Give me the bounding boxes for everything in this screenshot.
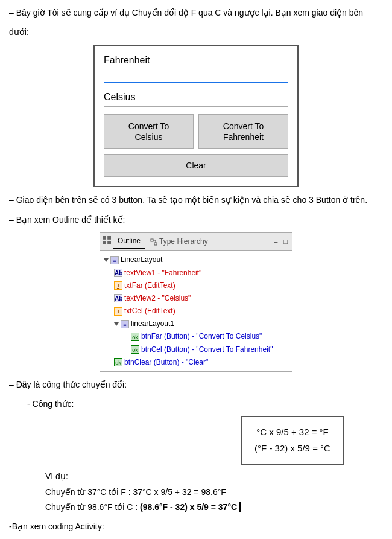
outline-header: Outline Type Hierarchy – □ bbox=[100, 233, 292, 251]
vi-du-line1: Chuyển từ 37°C tới F : 37°C x 9/5 + 32 =… bbox=[45, 485, 383, 499]
tree-item-linearlayout1[interactable]: ≡ linearLayout1 bbox=[104, 317, 288, 330]
btnclear-icon: ok bbox=[114, 358, 122, 366]
tab-type-hierarchy-label: Type Hierarchy bbox=[159, 236, 208, 247]
btnfar-icon: ok bbox=[131, 333, 139, 341]
minimize-icon[interactable]: – bbox=[272, 237, 279, 247]
fahrenheit-label: Fahrenheit bbox=[104, 53, 288, 68]
convert-buttons-row: Convert ToCelsius Convert ToFahrenheit bbox=[104, 114, 288, 149]
formula-line1: °C x 9/5 + 32 = °F bbox=[254, 425, 330, 439]
textview2-icon: Ab bbox=[114, 294, 122, 302]
outline-panel-icon bbox=[103, 236, 111, 248]
tree-item-txtfar[interactable]: T̲ txtFar (EditText) bbox=[104, 279, 288, 292]
txtfar-icon: T̲ bbox=[114, 281, 122, 290]
tab-type-hierarchy[interactable]: Type Hierarchy bbox=[145, 235, 213, 249]
fahrenheit-input[interactable] bbox=[104, 69, 288, 83]
txtcel-icon: T̲ bbox=[114, 307, 122, 316]
footer-text: -Bạn xem coding Activity: bbox=[9, 520, 383, 533]
tab-outline-label: Outline bbox=[118, 235, 141, 247]
dash-cong-thuc: - Công thức: bbox=[27, 397, 383, 410]
divider bbox=[104, 106, 288, 107]
txtcel-label: txtCel (EditText) bbox=[124, 305, 175, 317]
svg-rect-3 bbox=[107, 241, 111, 244]
tree-item-textview1[interactable]: Ab textView1 - "Fahrenheit" bbox=[104, 267, 288, 279]
vi-du-line2-bold: (98.6°F - 32) x 5/9 = 37°C bbox=[140, 502, 237, 512]
vi-du-line2: Chuyển từ 98.6°F tới C : (98.6°F - 32) x… bbox=[45, 500, 383, 514]
tree-item-linearlayout[interactable]: ≡ LinearLayout bbox=[104, 254, 288, 266]
tree-item-btnclear[interactable]: ok btnClear (Button) - "Clear" bbox=[104, 356, 288, 369]
formula-container: °C x 9/5 + 32 = °F (°F - 32) x 5/9 = °C bbox=[81, 416, 383, 465]
collapse-linearlayout1-icon bbox=[114, 322, 119, 326]
maximize-icon[interactable]: □ bbox=[282, 237, 289, 247]
tree-item-btncel[interactable]: ok btnCel (Button) - "Convert To Fahrenh… bbox=[104, 343, 288, 356]
svg-rect-5 bbox=[154, 243, 157, 245]
section3-text: – Đây là công thức chuyển đổi: bbox=[9, 378, 383, 391]
tree-item-btnfar[interactable]: ok btnFar (Button) - "Convert To Celsius… bbox=[104, 330, 288, 343]
linearlayout-icon: ≡ bbox=[110, 256, 119, 264]
convert-to-celsius-button[interactable]: Convert ToCelsius bbox=[104, 114, 194, 149]
demo-ui-box: Fahrenheit Celsius Convert ToCelsius Con… bbox=[93, 45, 299, 188]
btncel-icon: ok bbox=[131, 345, 139, 354]
vi-du-title: Ví dụ: bbox=[45, 470, 383, 483]
celsius-label: Celsius bbox=[104, 89, 288, 105]
formula-line2: (°F - 32) x 5/9 = °C bbox=[254, 441, 330, 456]
section2-text: – Bạn xem Outline để thiết kế: bbox=[9, 213, 383, 226]
textview2-label: textView2 - "Celsius" bbox=[124, 293, 191, 304]
convert-to-fahrenheit-button[interactable]: Convert ToFahrenheit bbox=[198, 114, 288, 149]
btnfar-label: btnFar (Button) - "Convert To Celsius" bbox=[141, 331, 262, 342]
outline-window-controls: – □ bbox=[272, 237, 289, 247]
section1-text: – Giao diện bên trên sẽ có 3 button. Ta … bbox=[9, 193, 383, 206]
formula-box: °C x 9/5 + 32 = °F (°F - 32) x 5/9 = °C bbox=[241, 416, 344, 465]
linearlayout1-label: linearLayout1 bbox=[131, 318, 174, 330]
collapse-linearlayout-icon bbox=[104, 258, 109, 262]
tree-item-textview2[interactable]: Ab textView2 - "Celsius" bbox=[104, 292, 288, 305]
intro-line2: dưới: bbox=[9, 25, 383, 39]
svg-rect-4 bbox=[151, 239, 153, 241]
intro-line1: – Bây giờ Tôi sẽ cung cấp ví dụ Chuyển đ… bbox=[9, 6, 383, 19]
tab-outline[interactable]: Outline bbox=[113, 234, 145, 249]
linearlayout1-icon: ≡ bbox=[121, 320, 129, 328]
svg-rect-0 bbox=[103, 236, 106, 240]
outline-panel: Outline Type Hierarchy – □ ≡ LinearLayou… bbox=[100, 232, 292, 372]
linearlayout-label: LinearLayout bbox=[121, 254, 162, 266]
svg-rect-1 bbox=[107, 236, 111, 240]
svg-rect-2 bbox=[103, 241, 106, 244]
type-hierarchy-icon bbox=[150, 238, 157, 246]
outline-body: ≡ LinearLayout Ab textView1 - "Fahrenhei… bbox=[100, 251, 292, 371]
btnclear-label: btnClear (Button) - "Clear" bbox=[124, 357, 208, 368]
example-section: Ví dụ: Chuyển từ 37°C tới F : 37°C x 9/5… bbox=[45, 470, 383, 514]
textview1-label: textView1 - "Fahrenheit" bbox=[124, 267, 201, 279]
tree-item-txtcel[interactable]: T̲ txtCel (EditText) bbox=[104, 305, 288, 317]
clear-button[interactable]: Clear bbox=[104, 154, 288, 177]
btncel-label: btnCel (Button) - "Convert To Fahrenheit… bbox=[141, 344, 273, 356]
txtfar-label: txtFar (EditText) bbox=[124, 280, 175, 292]
textview1-icon: Ab bbox=[114, 269, 122, 277]
